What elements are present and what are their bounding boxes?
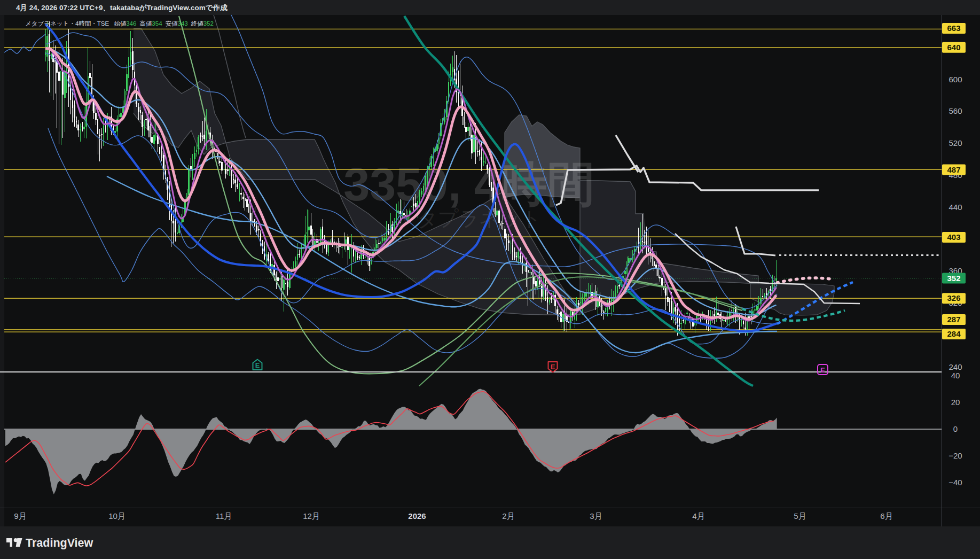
- svg-text:E: E: [255, 361, 260, 369]
- svg-text:2月: 2月: [502, 511, 514, 521]
- svg-text:9月: 9月: [14, 511, 26, 521]
- svg-text:284: 284: [947, 329, 961, 338]
- svg-text:−20: −20: [948, 451, 962, 460]
- svg-text:40: 40: [951, 371, 960, 380]
- svg-text:5月: 5月: [794, 511, 806, 521]
- svg-text:663: 663: [947, 24, 960, 33]
- svg-text:487: 487: [947, 165, 960, 174]
- svg-text:240: 240: [948, 362, 962, 371]
- svg-text:11月: 11月: [216, 511, 232, 521]
- svg-text:287: 287: [947, 315, 960, 324]
- svg-text:0: 0: [953, 424, 958, 433]
- svg-text:3月: 3月: [590, 511, 602, 521]
- svg-text:20: 20: [951, 398, 960, 407]
- svg-text:560: 560: [948, 106, 962, 115]
- svg-text:メタプラネット: メタプラネット: [396, 207, 542, 230]
- svg-text:E: E: [551, 363, 555, 371]
- svg-text:−40: −40: [948, 478, 962, 487]
- svg-text:520: 520: [948, 138, 962, 147]
- svg-text:403: 403: [947, 232, 960, 242]
- svg-text:326: 326: [947, 293, 960, 302]
- svg-text:12月: 12月: [303, 511, 320, 521]
- svg-text:352: 352: [947, 274, 960, 283]
- svg-text:メタプラネット・4時間・TSE始値346高値354安値343: メタプラネット・4時間・TSE始値346高値354安値343終値352: [25, 20, 214, 27]
- svg-text:6月: 6月: [880, 511, 892, 521]
- svg-text:600: 600: [948, 75, 962, 84]
- svg-text:2026: 2026: [408, 511, 426, 521]
- svg-text:10月: 10月: [108, 511, 126, 521]
- svg-text:E: E: [820, 366, 825, 374]
- svg-text:440: 440: [948, 203, 962, 212]
- svg-text:4月: 4月: [692, 511, 704, 521]
- svg-text:3350, 4時間: 3350, 4時間: [343, 158, 594, 211]
- svg-text:TradingView: TradingView: [26, 537, 93, 549]
- svg-text:4月 24, 2026 07:22 UTC+9、takata: 4月 24, 2026 07:22 UTC+9、takatabaがTrading…: [16, 4, 228, 12]
- svg-text:640: 640: [947, 43, 960, 52]
